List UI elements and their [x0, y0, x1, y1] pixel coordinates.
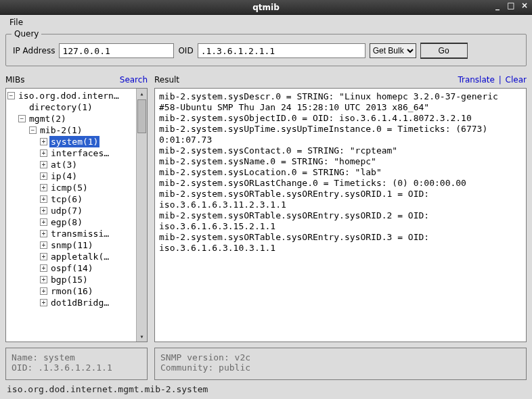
- expand-icon[interactable]: +: [40, 184, 47, 191]
- expand-icon[interactable]: +: [40, 287, 47, 295]
- ip-input[interactable]: [59, 43, 174, 58]
- scroll-down-icon[interactable]: ▾: [137, 331, 147, 342]
- ip-label: IP Address: [13, 46, 55, 55]
- expand-icon[interactable]: +: [40, 149, 47, 157]
- tree-item: +at(3): [6, 159, 147, 170]
- window-titlebar: qtmib _ □ ×: [0, 0, 532, 15]
- translate-link[interactable]: Translate: [458, 75, 495, 85]
- expand-icon[interactable]: +: [40, 253, 47, 260]
- tree-item: +udp(7): [6, 205, 147, 216]
- tree-item: +tcp(6): [6, 193, 147, 205]
- expand-icon[interactable]: +: [40, 138, 47, 145]
- collapse-icon[interactable]: −: [7, 92, 15, 99]
- tree-item: +dot1dBridg…: [6, 297, 147, 308]
- minimize-icon[interactable]: _: [493, 1, 502, 11]
- collapse-icon[interactable]: −: [18, 115, 26, 122]
- tree-item: +bgp(15): [6, 274, 147, 285]
- result-heading: Result: [154, 75, 179, 85]
- search-link[interactable]: Search: [120, 75, 148, 85]
- tree-item: +appletalk(…: [6, 251, 147, 262]
- tree-item: +rmon(16): [6, 285, 147, 297]
- result-box[interactable]: mib-2.system.sysDescr.0 = STRING: "Linux…: [154, 88, 527, 342]
- tree-item: +interfaces…: [6, 147, 147, 159]
- tree-item-selected: +system(1): [6, 136, 147, 147]
- tree-item: +icmp(5): [6, 182, 147, 193]
- mibs-heading: MIBs: [5, 75, 24, 85]
- mib-tree[interactable]: −iso.org.dod.intern… directory(1) −mgmt(…: [5, 88, 148, 342]
- tree-item: +egp(8): [6, 216, 147, 228]
- clear-link[interactable]: Clear: [506, 75, 527, 85]
- info-right: SNMP version: v2c Community: public: [154, 348, 527, 380]
- statusbar: iso.org.dod.internet.mgmt.mib-2.system: [5, 384, 527, 396]
- query-group: Query IP Address OID Get Bulk Go: [5, 34, 527, 66]
- tree-item: directory(1): [6, 101, 147, 113]
- scroll-thumb[interactable]: [137, 99, 146, 133]
- expand-icon[interactable]: +: [40, 172, 47, 180]
- action-select[interactable]: Get Bulk: [370, 43, 416, 58]
- result-text: mib-2.system.sysDescr.0 = STRING: "Linux…: [155, 89, 526, 256]
- expand-icon[interactable]: +: [40, 276, 47, 283]
- window-title: qtmib: [252, 3, 280, 12]
- scroll-up-icon[interactable]: ▴: [137, 89, 147, 99]
- oid-label: OID: [178, 46, 193, 55]
- tree-item: +transmissi…: [6, 228, 147, 239]
- maximize-icon[interactable]: □: [506, 1, 516, 11]
- expand-icon[interactable]: +: [40, 161, 47, 168]
- expand-icon[interactable]: +: [40, 241, 47, 249]
- collapse-icon[interactable]: −: [29, 126, 37, 134]
- expand-icon[interactable]: +: [40, 230, 47, 237]
- expand-icon[interactable]: +: [40, 218, 47, 226]
- tree-item: +snmp(11): [6, 239, 147, 251]
- go-button[interactable]: Go: [420, 43, 468, 59]
- expand-icon[interactable]: +: [40, 264, 47, 272]
- expand-icon[interactable]: +: [40, 207, 47, 214]
- menu-file[interactable]: File: [5, 16, 27, 28]
- close-icon[interactable]: ×: [520, 1, 529, 11]
- menubar: File: [5, 15, 527, 30]
- oid-input[interactable]: [198, 43, 365, 58]
- tree-scrollbar[interactable]: ▴ ▾: [136, 89, 147, 342]
- tree-item: +ospf(14): [6, 262, 147, 274]
- expand-icon[interactable]: +: [40, 195, 47, 203]
- expand-icon[interactable]: +: [40, 299, 47, 306]
- tree-root: −iso.org.dod.intern…: [6, 90, 147, 101]
- tree-item: −mib-2(1): [6, 124, 147, 136]
- query-legend: Query: [12, 29, 41, 39]
- tree-item: −mgmt(2): [6, 113, 147, 124]
- info-left: Name: system OID: .1.3.6.1.2.1.1: [5, 348, 148, 380]
- tree-item: +ip(4): [6, 170, 147, 182]
